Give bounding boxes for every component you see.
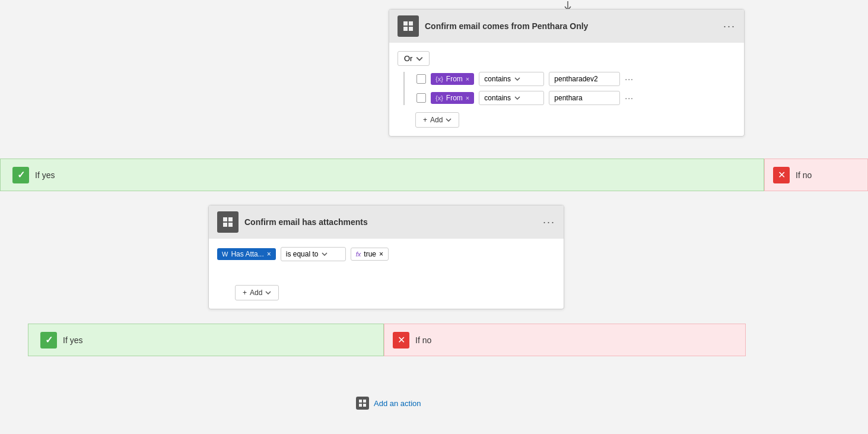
row2-operator-label: contains	[484, 94, 511, 102]
true-label: true	[364, 250, 376, 258]
svg-rect-9	[363, 400, 366, 403]
cross-icon-top: ✕	[778, 169, 786, 180]
branch-yes-bottom: ✓ If yes	[28, 324, 384, 356]
svg-rect-2	[403, 27, 408, 31]
branch-yes-top: ✓ If yes	[0, 159, 764, 191]
svg-rect-3	[409, 27, 413, 31]
inner-condition-row: W Has Atta... × is equal to fx true ×	[217, 247, 555, 261]
token-icon: {x}	[435, 75, 443, 83]
has-attachment-label: Has Atta...	[231, 250, 263, 258]
word-icon: W	[222, 251, 228, 258]
add-action-label: Add an action	[374, 399, 421, 408]
top-card-more-button[interactable]: ···	[723, 20, 736, 33]
row1-token-close[interactable]: ×	[466, 75, 469, 83]
branch-no-bottom: ✕ If no	[384, 324, 746, 356]
branch-no-label-bottom: If no	[415, 335, 431, 345]
row1-token-label: From	[446, 75, 463, 83]
top-card-header: Confirm email comes from Penthara Only ·…	[389, 9, 744, 43]
branch-yes-icon-top: ✓	[12, 167, 29, 183]
branch-no-icon-bottom: ✕	[393, 332, 409, 349]
branch-no-icon-top: ✕	[773, 167, 790, 183]
top-condition-card: Confirm email comes from Penthara Only ·…	[389, 9, 745, 137]
add-action-icon	[356, 397, 369, 410]
svg-rect-10	[359, 404, 362, 407]
has-attachment-token: W Has Atta... ×	[217, 248, 276, 260]
svg-rect-1	[409, 21, 413, 26]
svg-rect-5	[228, 217, 233, 221]
inner-operator[interactable]: is equal to	[281, 247, 346, 261]
top-card-icon	[398, 15, 419, 37]
row2-from-token: {x} From ×	[431, 92, 474, 104]
svg-rect-4	[223, 217, 227, 221]
condition-row-1: {x} From × contains pentharadev2 ···	[416, 72, 736, 86]
inner-condition-card: Confirm email has attachments ··· W Has …	[208, 205, 564, 309]
plus-icon: +	[423, 116, 427, 124]
top-card-header-left: Confirm email comes from Penthara Only	[398, 15, 588, 37]
branch-row-top: ✓ If yes ✕ If no	[0, 159, 868, 191]
svg-rect-8	[359, 400, 362, 403]
inner-card-header-left: Confirm email has attachments	[217, 211, 368, 233]
true-expression-token: fx true ×	[351, 248, 389, 261]
row2-token-close[interactable]: ×	[466, 94, 469, 102]
svg-rect-6	[223, 223, 227, 227]
fx-icon: fx	[356, 251, 361, 258]
inner-card-more-button[interactable]: ···	[543, 216, 555, 229]
row2-operator[interactable]: contains	[479, 91, 544, 105]
svg-rect-11	[363, 404, 366, 407]
inner-card-body: W Has Atta... × is equal to fx true ×	[209, 239, 564, 309]
branch-yes-label-bottom: If yes	[63, 335, 82, 345]
true-token-close[interactable]: ×	[379, 250, 383, 258]
row1-value[interactable]: pentharadev2	[549, 72, 620, 86]
or-dropdown[interactable]: Or	[398, 51, 430, 66]
svg-rect-0	[403, 21, 408, 26]
row2-more-button[interactable]: ···	[625, 93, 634, 103]
inner-card-title: Confirm email has attachments	[244, 217, 368, 227]
condition-rows-container: {x} From × contains pentharadev2 ···	[403, 72, 736, 105]
branch-no-top: ✕ If no	[764, 159, 868, 191]
inner-operator-label: is equal to	[286, 250, 319, 258]
branch-row-bottom: ✓ If yes ✕ If no	[28, 324, 746, 356]
add-action-button[interactable]: Add an action	[356, 397, 421, 410]
top-card-title: Confirm email comes from Penthara Only	[425, 21, 588, 31]
branch-yes-label-top: If yes	[35, 170, 55, 180]
row2-value[interactable]: penthara	[549, 91, 620, 105]
workflow-canvas: Confirm email comes from Penthara Only ·…	[0, 0, 868, 434]
row2-checkbox[interactable]	[416, 93, 426, 103]
svg-rect-7	[228, 223, 233, 227]
branch-no-label-top: If no	[796, 170, 812, 180]
row1-operator-label: contains	[484, 75, 511, 83]
top-card-body: Or {x} From × contains	[389, 43, 744, 136]
checkmark-icon-bottom: ✓	[45, 334, 53, 346]
row2-token-label: From	[446, 94, 463, 102]
add-label: Add	[430, 116, 443, 124]
cross-icon-bottom: ✕	[398, 334, 405, 346]
or-label: Or	[404, 54, 412, 63]
inner-card-icon	[217, 211, 239, 233]
inner-add-label: Add	[250, 289, 262, 297]
checkmark-icon: ✓	[17, 169, 25, 180]
inner-card-header: Confirm email has attachments ···	[209, 205, 564, 239]
row1-operator[interactable]: contains	[479, 72, 544, 86]
inner-plus-icon: +	[243, 289, 247, 297]
inner-add-button[interactable]: + Add	[235, 285, 279, 300]
row1-from-token: {x} From ×	[431, 73, 474, 85]
branch-yes-icon-bottom: ✓	[40, 332, 57, 349]
top-add-button[interactable]: + Add	[415, 112, 459, 128]
token-icon-2: {x}	[435, 94, 443, 102]
condition-row-2: {x} From × contains penthara ···	[416, 91, 736, 105]
has-attachment-close[interactable]: ×	[267, 250, 271, 258]
row1-more-button[interactable]: ···	[625, 74, 634, 84]
row1-checkbox[interactable]	[416, 74, 426, 84]
